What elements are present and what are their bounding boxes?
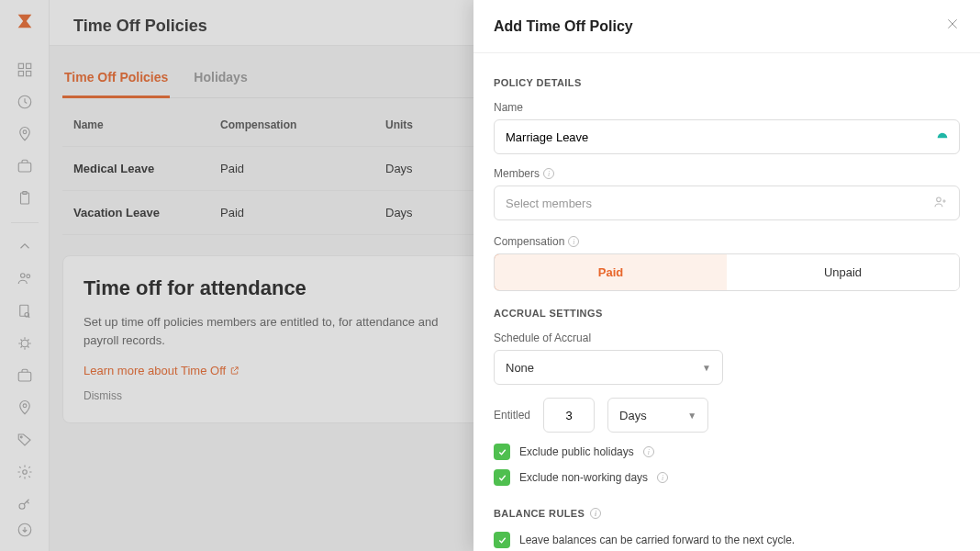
section-balance-rules: Balance Rulesi xyxy=(494,508,960,519)
svg-point-10 xyxy=(26,275,29,278)
svg-point-18 xyxy=(19,504,25,510)
svg-point-17 xyxy=(22,470,27,475)
info-icon[interactable]: i xyxy=(543,168,554,179)
add-policy-drawer: Add Time Off Policy Policy Details Name … xyxy=(473,0,980,551)
bug-icon[interactable] xyxy=(15,334,35,352)
checkbox-checked-icon xyxy=(494,469,510,486)
chevron-down-icon: ▼ xyxy=(687,410,696,421)
card-body: Set up time off policies members are ent… xyxy=(84,313,469,349)
svg-rect-2 xyxy=(18,71,23,75)
checkbox-checked-icon xyxy=(494,444,510,460)
briefcase-icon[interactable] xyxy=(15,157,35,174)
clock-icon[interactable] xyxy=(15,93,35,110)
learn-more-link[interactable]: Learn more about Time Off xyxy=(84,364,239,377)
section-accrual-settings: Accrual Settings xyxy=(494,308,960,319)
compensation-toggle: Paid Unpaid xyxy=(494,253,960,291)
tab-time-off-policies[interactable]: Time Off Policies xyxy=(62,62,170,98)
info-icon[interactable]: i xyxy=(568,236,579,247)
checkbox-checked-icon xyxy=(494,532,510,548)
svg-rect-6 xyxy=(18,163,31,172)
svg-point-16 xyxy=(20,436,22,438)
exclude-nonworking-row[interactable]: Exclude non-working days i xyxy=(494,469,960,486)
col-compensation: Compensation xyxy=(220,118,385,131)
name-label: Name xyxy=(494,101,960,114)
schedule-select[interactable]: None ▼ xyxy=(494,350,723,385)
svg-point-15 xyxy=(23,404,27,408)
tag-icon[interactable] xyxy=(15,432,35,449)
app-logo xyxy=(15,11,35,37)
exclude-holidays-row[interactable]: Exclude public holidays i xyxy=(494,444,960,460)
chevron-down-icon: ▼ xyxy=(702,363,711,373)
entitled-label: Entitled xyxy=(494,409,530,422)
nav-rail xyxy=(0,0,50,551)
balance-carry-row[interactable]: Leave balances can be carried forward to… xyxy=(494,532,960,548)
pin-icon[interactable] xyxy=(15,399,35,416)
name-input-wrapper xyxy=(494,119,960,154)
members-label: Membersi xyxy=(494,167,960,180)
name-input[interactable] xyxy=(506,120,920,153)
input-indicator-icon xyxy=(935,129,950,146)
tab-holidays[interactable]: Holidays xyxy=(192,62,249,97)
svg-point-20 xyxy=(937,197,941,202)
gear-icon[interactable] xyxy=(15,464,35,481)
dashboard-icon[interactable] xyxy=(15,61,35,78)
svg-rect-1 xyxy=(26,63,30,68)
compensation-label: Compensationi xyxy=(494,235,960,248)
info-icon[interactable]: i xyxy=(657,472,668,483)
download-icon[interactable] xyxy=(15,521,35,538)
chevron-up-icon[interactable] xyxy=(15,238,35,255)
close-icon[interactable] xyxy=(945,17,960,36)
location-icon[interactable] xyxy=(15,125,35,142)
svg-rect-0 xyxy=(18,63,23,68)
info-icon[interactable]: i xyxy=(590,508,601,519)
key-icon[interactable] xyxy=(15,496,35,513)
info-icon[interactable]: i xyxy=(643,446,654,457)
compensation-paid[interactable]: Paid xyxy=(494,253,728,291)
svg-point-5 xyxy=(23,130,27,134)
clipboard-icon[interactable] xyxy=(15,190,35,208)
entitled-unit-select[interactable]: Days ▼ xyxy=(607,398,708,433)
svg-point-9 xyxy=(20,274,25,278)
svg-point-13 xyxy=(21,340,28,347)
members-input[interactable]: Select members xyxy=(494,186,960,220)
people-icon[interactable] xyxy=(15,270,35,287)
suitcase-icon[interactable] xyxy=(15,366,35,384)
add-member-icon xyxy=(933,195,948,212)
svg-rect-11 xyxy=(19,305,28,316)
section-policy-details: Policy Details xyxy=(494,77,960,88)
svg-rect-3 xyxy=(26,71,30,75)
entitled-input[interactable] xyxy=(543,398,595,433)
svg-rect-14 xyxy=(18,372,31,381)
members-placeholder: Select members xyxy=(506,197,592,210)
col-name: Name xyxy=(73,118,220,131)
compensation-unpaid[interactable]: Unpaid xyxy=(727,254,959,290)
schedule-label: Schedule of Accrual xyxy=(494,332,960,344)
search-doc-icon[interactable] xyxy=(15,302,35,320)
drawer-title: Add Time Off Policy xyxy=(494,18,633,35)
